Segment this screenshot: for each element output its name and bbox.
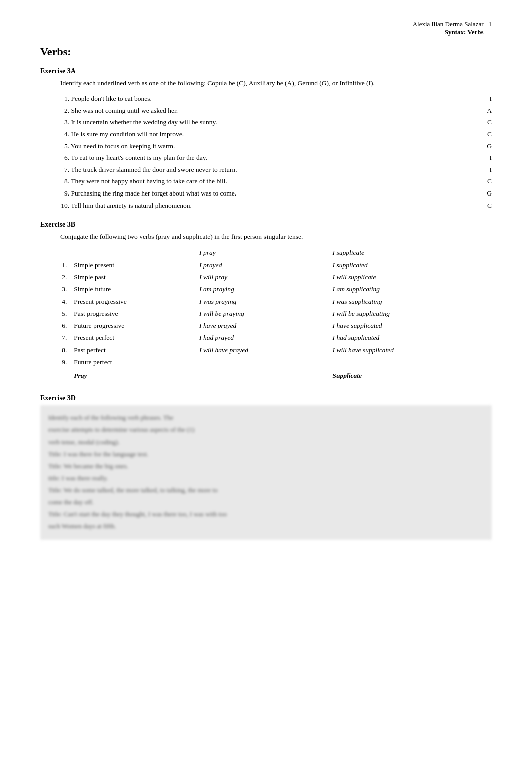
row-tense: Simple present: [71, 259, 196, 271]
table-row: 1. Simple present I prayed I supplicated: [50, 259, 492, 271]
row-pray: I was praying: [196, 296, 329, 308]
exercise-3a-title: Exercise 3A: [40, 67, 492, 75]
verb-header-row: I pray I supplicate: [50, 247, 492, 259]
blurred-line: Title: We do some talked, the more talke…: [48, 485, 484, 496]
row-tense: Simple future: [71, 283, 196, 295]
list-item: 6. To eat to my heart's content is my pl…: [55, 152, 492, 163]
list-item: 5. You need to focus on keeping it warm.…: [55, 141, 492, 152]
table-row: 7. Present perfect I had prayed I had su…: [50, 332, 492, 344]
list-item: 2. She was not coming until we asked her…: [55, 105, 492, 116]
list-item: 4. He is sure my condition will not impr…: [55, 129, 492, 140]
item-text: You need to focus on keeping it warm.: [69, 141, 482, 152]
item-number: 7.: [55, 164, 69, 175]
row-pray: [196, 356, 329, 368]
item-text: She was not coming until we asked her.: [69, 105, 482, 116]
list-item: 1. People don't like to eat bones. I: [55, 93, 492, 104]
verb-conjugation-table: I pray I supplicate 1. Simple present I …: [50, 247, 492, 382]
row-pray: I had prayed: [196, 332, 329, 344]
row-tense: Present perfect: [71, 332, 196, 344]
footer-pray: [196, 368, 329, 382]
item-number: 6.: [55, 152, 69, 163]
item-text: To eat to my heart's content is my plan …: [69, 152, 482, 163]
row-tense: Future progressive: [71, 320, 196, 332]
item-number: 4.: [55, 129, 69, 140]
item-label: I: [482, 93, 492, 104]
exercise-3d-blurred-content: Identify each of the following verb phra…: [40, 405, 492, 540]
row-supplicate: I had supplicated: [330, 332, 492, 344]
blurred-line: verb tense, modal (coding).: [48, 437, 484, 448]
item-text: It is uncertain whether the wedding day …: [69, 117, 482, 128]
item-number: 9.: [55, 188, 69, 199]
row-num: 7.: [50, 332, 71, 344]
verb-table-wrapper: I pray I supplicate 1. Simple present I …: [50, 247, 492, 382]
list-item: 10. Tell him that anxiety is natural phe…: [55, 200, 492, 211]
item-number: 2.: [55, 105, 69, 116]
item-number: 3.: [55, 117, 69, 128]
row-tense: Past progressive: [71, 308, 196, 320]
item-label: A: [482, 105, 492, 116]
list-item: 9. Purchasing the ring made her forget a…: [55, 188, 492, 199]
exercise-3a-list: 1. People don't like to eat bones. I 2. …: [55, 93, 492, 211]
row-num: 5.: [50, 308, 71, 320]
exercise-3a: Exercise 3A Identify each underlined ver…: [40, 67, 492, 211]
blurred-line: exercise attempts to determine various a…: [48, 424, 484, 435]
item-number: 8.: [55, 176, 69, 187]
row-supplicate: I will supplicate: [330, 271, 492, 283]
row-num: 4.: [50, 296, 71, 308]
header-num: [50, 247, 71, 259]
row-num: 3.: [50, 283, 71, 295]
verb-footer-row: Pray Supplicate: [50, 368, 492, 382]
row-pray: I am praying: [196, 283, 329, 295]
exercise-3d: Exercise 3D Identify each of the followi…: [40, 394, 492, 540]
footer-tense: Pray: [71, 368, 196, 382]
table-row: 9. Future perfect: [50, 356, 492, 368]
item-text: Purchasing the ring made her forget abou…: [69, 188, 482, 199]
table-row: 2. Simple past I will pray I will suppli…: [50, 271, 492, 283]
page-header: Alexia Ilian Derma Salazar Syntax: Verbs…: [40, 20, 492, 36]
item-number: 10.: [55, 200, 69, 211]
blurred-line: such Women days at fifth.: [48, 521, 484, 532]
exercise-3a-intro: Identify each underlined verb as one of …: [60, 78, 492, 88]
blurred-line: Title: I was there for the language test…: [48, 449, 484, 460]
row-pray: I will be praying: [196, 308, 329, 320]
header-supplicate: I supplicate: [330, 247, 492, 259]
page-number: 1: [489, 20, 492, 28]
exercise-3d-title: Exercise 3D: [40, 394, 492, 402]
list-item: 8. They were not happy about having to t…: [55, 176, 492, 187]
table-row: 3. Simple future I am praying I am suppl…: [50, 283, 492, 295]
row-supplicate: I will be supplicating: [330, 308, 492, 320]
blurred-line: Title: Can't start the day they thought,…: [48, 509, 484, 520]
item-label: C: [482, 117, 492, 128]
table-row: 4. Present progressive I was praying I w…: [50, 296, 492, 308]
blurred-line: Identify each of the following verb phra…: [48, 412, 484, 423]
item-text: Tell him that anxiety is natural phenome…: [69, 200, 482, 211]
item-label: I: [482, 164, 492, 175]
row-supplicate: I have supplicated: [330, 320, 492, 332]
row-num: 6.: [50, 320, 71, 332]
list-item: 7. The truck driver slammed the door and…: [55, 164, 492, 175]
item-text: People don't like to eat bones.: [69, 93, 482, 104]
page-title: Verbs:: [40, 45, 492, 58]
row-tense: Simple past: [71, 271, 196, 283]
row-tense: Past perfect: [71, 344, 196, 356]
table-row: 5. Past progressive I will be praying I …: [50, 308, 492, 320]
header-tense: [71, 247, 196, 259]
blurred-line: come the day off.: [48, 497, 484, 508]
item-text: They were not happy about having to take…: [69, 176, 482, 187]
row-num: 2.: [50, 271, 71, 283]
item-label: G: [482, 141, 492, 152]
exercise-3b: Exercise 3B Conjugate the following two …: [40, 221, 492, 382]
exercise-3b-intro: Conjugate the following two verbs (pray …: [60, 232, 492, 242]
table-row: 6. Future progressive I have prayed I ha…: [50, 320, 492, 332]
item-number: 1.: [55, 93, 69, 104]
item-text: The truck driver slammed the door and sw…: [69, 164, 482, 175]
header-pray: I pray: [196, 247, 329, 259]
row-pray: I have prayed: [196, 320, 329, 332]
list-item: 3. It is uncertain whether the wedding d…: [55, 117, 492, 128]
row-supplicate: I am supplicating: [330, 283, 492, 295]
footer-supplicate: Supplicate: [330, 368, 492, 382]
item-label: C: [482, 129, 492, 140]
item-text: He is sure my condition will not improve…: [69, 129, 482, 140]
item-label: C: [482, 176, 492, 187]
exercise-3b-title: Exercise 3B: [40, 221, 492, 229]
